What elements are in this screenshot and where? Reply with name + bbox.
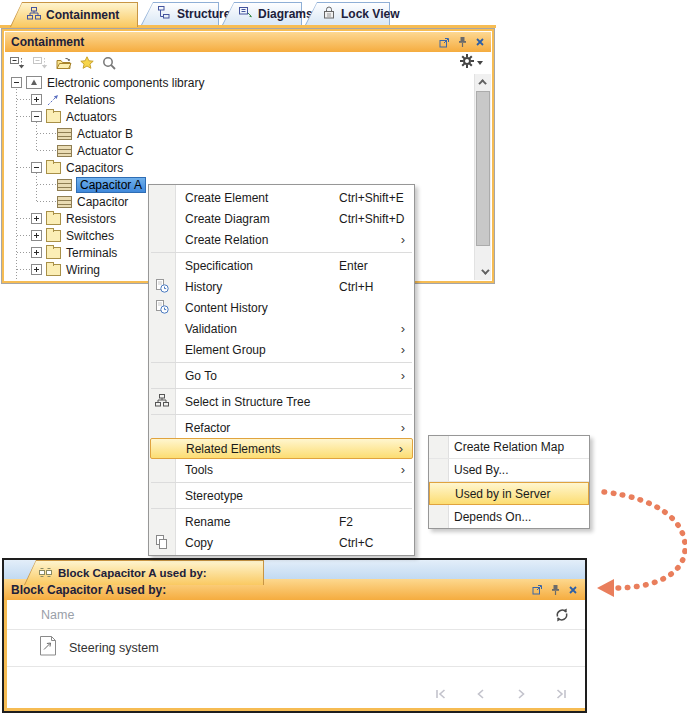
- pin-icon[interactable]: [458, 36, 467, 48]
- menu-item-refactor[interactable]: Refactor ›: [149, 417, 414, 438]
- float-window-icon[interactable]: [439, 37, 450, 48]
- favorites-star-icon[interactable]: [80, 56, 94, 70]
- tree-row[interactable]: Wiring: [31, 261, 100, 278]
- tab-structure[interactable]: Structure: [141, 2, 219, 25]
- menu-item-go-to[interactable]: Go To ›: [149, 365, 414, 386]
- tab-label: Containment: [46, 8, 119, 22]
- vertical-scrollbar[interactable]: [474, 74, 491, 280]
- menu-item-history[interactable]: History Ctrl+H: [149, 276, 414, 297]
- name-filter-input[interactable]: Name: [41, 608, 74, 622]
- tree-row-selected[interactable]: Capacitor A: [57, 176, 145, 193]
- menu-item-element-group[interactable]: Element Group ›: [149, 339, 414, 360]
- menu-item-create-relation[interactable]: Create Relation ›: [149, 229, 414, 250]
- previous-page-icon[interactable]: [473, 687, 489, 701]
- tree-row[interactable]: Resistors: [31, 210, 116, 227]
- expand-expander-icon[interactable]: [31, 247, 42, 258]
- menu-item-specification[interactable]: Specification Enter: [149, 255, 414, 276]
- first-page-icon[interactable]: [433, 687, 449, 701]
- block-icon: [57, 179, 72, 191]
- tree-row[interactable]: Actuator B: [57, 125, 133, 142]
- tree-row[interactable]: Electronic components library: [11, 74, 204, 91]
- tab-lock-view[interactable]: Lock View: [305, 2, 390, 25]
- folder-icon: [46, 264, 61, 276]
- collapse-expander-icon[interactable]: [31, 111, 42, 122]
- menu-separator: [151, 388, 412, 389]
- folder-icon: [46, 230, 61, 242]
- callout-arrow: [560, 478, 687, 603]
- settings-gear-icon[interactable]: [460, 54, 474, 72]
- menu-item-related-elements[interactable]: Related Elements ›: [150, 438, 413, 459]
- lock-view-icon: [322, 5, 336, 23]
- pin-icon[interactable]: [551, 584, 560, 596]
- result-row-steering-system[interactable]: Steering system: [7, 630, 585, 667]
- scroll-up-icon[interactable]: [475, 74, 491, 90]
- search-icon[interactable]: [102, 56, 116, 70]
- containment-header: Containment: [5, 32, 491, 52]
- used-by-results-panel: Block Capacitor A used by: Block Capacit…: [2, 558, 587, 713]
- tree-row[interactable]: Capacitor: [57, 193, 128, 210]
- expand-expander-icon[interactable]: [31, 264, 42, 275]
- submenu-arrow-icon: ›: [401, 343, 405, 356]
- menu-separator: [151, 252, 412, 253]
- tab-block-capacitor-a-used-by[interactable]: Block Capacitor A used by:: [24, 560, 264, 585]
- refresh-icon[interactable]: [553, 606, 571, 624]
- tree-guide-line: [36, 122, 37, 151]
- menu-item-select-in-structure-tree[interactable]: Select in Structure Tree: [149, 391, 414, 412]
- menu-item-validation[interactable]: Validation ›: [149, 318, 414, 339]
- menu-item-stereotype[interactable]: Stereotype: [149, 485, 414, 506]
- folder-icon: [46, 162, 61, 174]
- model-icon: [26, 76, 42, 89]
- usage-table-icon: [39, 564, 52, 582]
- block-icon: [57, 128, 72, 140]
- menu-item-rename[interactable]: Rename F2: [149, 511, 414, 532]
- open-resource-icon[interactable]: [56, 57, 72, 70]
- menu-item-copy[interactable]: Copy Ctrl+C: [149, 532, 414, 553]
- tree-row[interactable]: Relations: [31, 91, 115, 108]
- app-window: Containment Structure Diagrams Lock View: [0, 0, 687, 717]
- folder-icon: [46, 111, 61, 123]
- submenu-arrow-icon: ›: [399, 442, 403, 455]
- close-icon[interactable]: [475, 37, 485, 47]
- menu-item-tools[interactable]: Tools ›: [149, 459, 414, 480]
- tree-guide-line: [36, 173, 37, 202]
- submenu-item-create-relation-map[interactable]: Create Relation Map: [429, 436, 589, 459]
- scrollbar-thumb[interactable]: [476, 91, 490, 246]
- expand-expander-icon[interactable]: [31, 94, 42, 105]
- float-window-icon[interactable]: [532, 584, 543, 595]
- copy-icon: [155, 535, 168, 549]
- block-icon: [57, 145, 72, 157]
- tab-containment[interactable]: Containment: [10, 2, 138, 27]
- content-history-icon: [155, 300, 169, 314]
- tree-row[interactable]: Actuator C: [57, 142, 134, 159]
- menu-item-create-diagram[interactable]: Create Diagram Ctrl+Shift+D: [149, 208, 414, 229]
- tab-diagrams[interactable]: Diagrams: [222, 2, 302, 25]
- structure-tree-icon: [158, 5, 172, 23]
- tree-row[interactable]: Code Engineering: [31, 278, 147, 280]
- tree-row[interactable]: Terminals: [31, 244, 117, 261]
- tree-row[interactable]: Capacitors: [31, 159, 123, 176]
- menu-item-content-history[interactable]: Content History: [149, 297, 414, 318]
- folder-icon: [46, 213, 61, 225]
- history-icon: [155, 279, 169, 293]
- scroll-down-icon[interactable]: [475, 264, 491, 280]
- last-page-icon[interactable]: [553, 687, 569, 701]
- containment-tree-icon: [27, 6, 41, 24]
- submenu-arrow-icon: ›: [401, 369, 405, 382]
- tree-row[interactable]: Actuators: [31, 108, 117, 125]
- dropdown-caret-icon[interactable]: [477, 61, 483, 65]
- next-page-icon[interactable]: [513, 687, 529, 701]
- tab-label: Lock View: [341, 7, 399, 21]
- tree-row[interactable]: Switches: [31, 227, 114, 244]
- menu-item-create-element[interactable]: Create Element Ctrl+Shift+E: [149, 187, 414, 208]
- submenu-arrow-icon: ›: [401, 322, 405, 335]
- submenu-arrow-icon: ›: [401, 463, 405, 476]
- expand-expander-icon[interactable]: [31, 213, 42, 224]
- results-tab-strip: Block Capacitor A used by:: [4, 560, 585, 579]
- block-icon: [57, 196, 72, 208]
- collapse-selected-icon[interactable]: [10, 56, 25, 70]
- collapse-expander-icon[interactable]: [31, 162, 42, 173]
- expand-expander-icon[interactable]: [31, 230, 42, 241]
- collapse-expander-icon[interactable]: [11, 77, 22, 88]
- panel-title: Containment: [11, 35, 439, 49]
- collapse-all-disabled-icon: [33, 56, 48, 70]
